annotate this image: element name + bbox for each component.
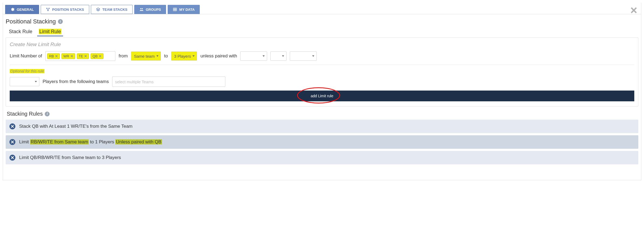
nodes-icon xyxy=(46,7,50,12)
limit-label: Limit Number of xyxy=(10,53,42,59)
svg-point-4 xyxy=(142,8,143,9)
panel-title: Create New Limit Rule xyxy=(10,42,634,47)
layers-icon xyxy=(96,7,100,12)
from-value: Same team xyxy=(134,54,155,58)
modal-container: × GENERAL POSITION STACKS TEAM STACKS GR… xyxy=(3,3,641,180)
tab-groups[interactable]: GROUPS xyxy=(134,5,166,14)
tag-te[interactable]: TE ✕ xyxy=(77,53,89,59)
tab-label: TEAM STACKS xyxy=(102,8,128,12)
unless-select-2[interactable] xyxy=(270,51,287,61)
players-from-label: Players from the following teams xyxy=(43,79,109,84)
from-select[interactable]: Same team xyxy=(131,51,161,61)
tab-label: GROUPS xyxy=(146,8,161,12)
section-title: Positional Stacking i xyxy=(6,18,638,25)
rules-list: ✕ Stack QB with At Least 1 WR/TE's from … xyxy=(6,120,638,164)
add-limit-rule-button[interactable]: add Limit rule xyxy=(10,91,634,101)
rule-item: ✕ Stack QB with At Least 1 WR/TE's from … xyxy=(6,120,638,133)
delete-rule-icon[interactable]: ✕ xyxy=(9,123,15,129)
svg-point-3 xyxy=(140,8,141,9)
delete-rule-icon[interactable]: ✕ xyxy=(9,139,15,145)
remove-icon[interactable]: ✕ xyxy=(55,54,58,58)
tab-label: GENERAL xyxy=(17,8,34,12)
rule-subtabs: Stack Rule Limit Rule xyxy=(6,28,638,36)
tag-label: QB xyxy=(92,54,98,58)
stacking-rules-title: Stacking Rules i xyxy=(7,111,638,117)
tag-rb[interactable]: RB ✕ xyxy=(47,53,60,59)
unless-label: unless paired with xyxy=(200,53,237,59)
info-icon[interactable]: i xyxy=(45,112,50,116)
rule-segment-highlight: RB/WR/TE from Same team xyxy=(30,139,89,144)
teams-input[interactable] xyxy=(112,77,225,87)
to-label: to xyxy=(164,53,168,59)
people-icon xyxy=(139,7,144,12)
divider xyxy=(10,65,634,65)
close-icon[interactable]: × xyxy=(630,4,637,16)
tag-label: TE xyxy=(79,54,83,58)
subtab-stack-rule[interactable]: Stack Rule xyxy=(7,28,34,36)
tab-label: MY DATA xyxy=(179,8,195,12)
stacking-rules-text: Stacking Rules xyxy=(7,111,43,117)
create-rule-panel: Create New Limit Rule Limit Number of RB… xyxy=(6,37,638,106)
rule-item: ✕ Limit QB/RB/WR/TE from Same team to 3 … xyxy=(6,151,638,164)
to-select[interactable]: 3 Players xyxy=(171,51,197,61)
rule-segment: to 1 Players xyxy=(89,139,115,144)
from-label: from xyxy=(119,53,128,59)
tab-bar: GENERAL POSITION STACKS TEAM STACKS GROU… xyxy=(3,3,641,14)
svg-rect-5 xyxy=(173,8,177,11)
tab-position-stacks[interactable]: POSITION STACKS xyxy=(41,5,89,14)
tab-my-data[interactable]: MY DATA xyxy=(168,5,200,14)
remove-icon[interactable]: ✕ xyxy=(84,54,87,58)
include-exclude-select[interactable] xyxy=(10,77,39,86)
info-icon[interactable]: i xyxy=(58,19,63,24)
teams-row: Players from the following teams xyxy=(10,77,634,87)
table-icon xyxy=(173,7,177,12)
rule-text: Limit QB/RB/WR/TE from Same team to 3 Pl… xyxy=(19,155,121,160)
rule-item: ✕ Limit RB/WR/TE from Same team to 1 Pla… xyxy=(6,135,638,149)
tab-team-stacks[interactable]: TEAM STACKS xyxy=(91,5,133,14)
rule-segment: Stack QB with At Least 1 WR/TE's from th… xyxy=(19,124,133,129)
positions-input[interactable]: RB ✕ WR ✕ TE ✕ QB ✕ xyxy=(45,51,115,61)
delete-rule-icon[interactable]: ✕ xyxy=(9,155,15,161)
to-value: 3 Players xyxy=(174,54,191,58)
tab-label: POSITION STACKS xyxy=(52,8,84,12)
add-button-wrap: add Limit rule xyxy=(10,91,634,101)
limit-row: Limit Number of RB ✕ WR ✕ TE ✕ xyxy=(10,51,634,61)
tag-wr[interactable]: WR ✕ xyxy=(61,53,75,59)
rule-text: Stack QB with At Least 1 WR/TE's from th… xyxy=(19,124,133,129)
rule-text: Limit RB/WR/TE from Same team to 1 Playe… xyxy=(19,139,162,145)
remove-icon[interactable]: ✕ xyxy=(99,54,102,58)
remove-icon[interactable]: ✕ xyxy=(70,54,73,58)
unless-select-3[interactable] xyxy=(290,51,317,61)
tag-label: RB xyxy=(49,54,54,58)
content-area: Positional Stacking i Stack Rule Limit R… xyxy=(3,14,641,169)
section-title-text: Positional Stacking xyxy=(6,18,56,25)
tab-general[interactable]: GENERAL xyxy=(5,5,39,14)
rule-segment: Limit QB/RB/WR/TE from Same team to 3 Pl… xyxy=(19,155,121,160)
subtab-limit-rule[interactable]: Limit Rule xyxy=(37,28,63,36)
optional-note: Optional for this rule xyxy=(10,69,44,73)
unless-select-1[interactable] xyxy=(240,51,267,61)
subtab-limit-rule-label: Limit Rule xyxy=(39,29,61,34)
gear-icon xyxy=(10,7,15,12)
rule-segment-highlight: Unless paired with QB xyxy=(115,139,162,144)
rule-segment: Limit xyxy=(19,139,30,144)
tag-label: WR xyxy=(63,54,69,58)
tag-qb[interactable]: QB ✕ xyxy=(91,53,104,59)
